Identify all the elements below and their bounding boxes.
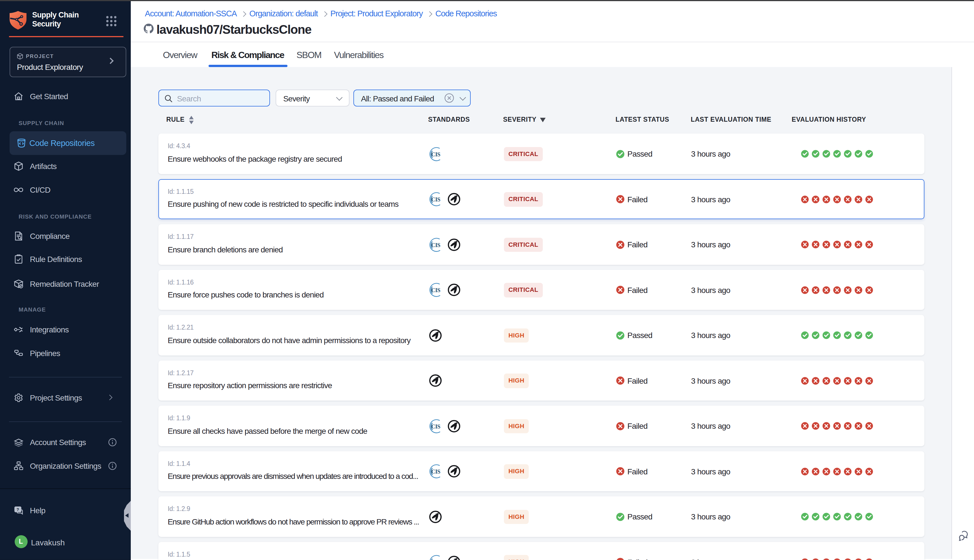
svg-text:?: ? <box>16 507 19 512</box>
svg-text:CIS: CIS <box>431 287 440 293</box>
svg-text:CIS: CIS <box>431 468 440 475</box>
svg-text:CIS: CIS <box>431 242 440 248</box>
svg-text:CIS: CIS <box>431 423 440 429</box>
svg-text:CIS: CIS <box>431 151 440 157</box>
svg-text:CIS: CIS <box>431 196 440 203</box>
